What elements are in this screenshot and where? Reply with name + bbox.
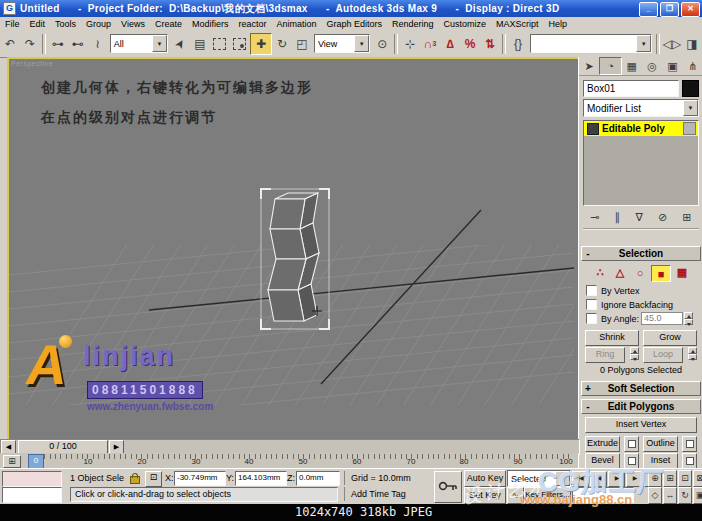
stack-expand-icon[interactable] [587, 123, 599, 135]
edge-subobject-icon[interactable]: △ [611, 265, 629, 280]
border-subobject-icon[interactable]: ○ [631, 265, 649, 280]
modifier-list-dropdown[interactable]: Modifier List ▼ [583, 99, 699, 117]
menu-graph-editors[interactable]: Graph Editors [322, 19, 388, 29]
select-and-link-icon[interactable]: ⊶ [48, 34, 68, 54]
zoom-icon[interactable]: ⊕ [648, 470, 662, 487]
absolute-offset-toggle-icon[interactable]: ⊡ [145, 471, 162, 487]
bevel-settings-button[interactable] [624, 453, 639, 469]
time-back-arrow[interactable]: ◀ [1, 440, 16, 454]
maximize-viewport-icon[interactable]: ▣ [693, 487, 702, 504]
make-unique-icon[interactable]: ∇ [635, 211, 642, 224]
named-selection-sets-dropdown[interactable]: ▼ [530, 34, 652, 53]
close-button[interactable]: ✕ [681, 2, 700, 17]
loop-button[interactable]: Loop [643, 347, 683, 363]
reference-coordinate-dropdown[interactable]: View ▼ [314, 34, 370, 53]
menu-file[interactable]: File [0, 19, 25, 29]
box-object[interactable] [268, 193, 319, 321]
auto-key-button[interactable]: Auto Key [464, 470, 506, 487]
spinner-snap-icon[interactable]: ⇅ [480, 34, 500, 54]
menu-reactor[interactable]: reactor [233, 19, 271, 29]
show-end-result-icon[interactable]: ∥ [615, 211, 621, 224]
stack-item-editable-poly[interactable]: Editable Poly [584, 121, 698, 136]
remove-modifier-icon[interactable]: ⊘ [658, 211, 667, 224]
tab-create-icon[interactable]: ➤ [579, 57, 599, 75]
soft-selection-rollout-header[interactable]: + Soft Selection [581, 381, 701, 396]
add-time-tag-text[interactable]: Add Time Tag [344, 487, 406, 501]
time-slider-handle[interactable]: 0 / 100 [18, 440, 108, 454]
shrink-button[interactable]: Shrink [585, 330, 639, 346]
angle-snap-icon[interactable]: ∆ [440, 34, 460, 54]
align-icon[interactable]: ◨ [682, 34, 702, 54]
bevel-button[interactable]: Bevel [585, 453, 620, 469]
rect-selection-region-icon[interactable] [210, 34, 230, 54]
menu-views[interactable]: Views [116, 19, 150, 29]
set-key-mode-key-icon[interactable] [434, 471, 462, 503]
z-coordinate-field[interactable]: 0.0mm [296, 471, 340, 486]
tab-hierarchy-icon[interactable]: ▦ [622, 57, 642, 75]
by-angle-field[interactable]: 45.0 [641, 312, 683, 325]
zoom-extents-all-icon[interactable]: ⊠ [693, 470, 702, 487]
menu-modifiers[interactable]: Modifiers [187, 19, 234, 29]
play-icon[interactable]: ▶ [608, 471, 625, 487]
mirror-icon[interactable]: ◁▷ [662, 34, 682, 54]
select-and-scale-icon[interactable]: ◰ [292, 34, 312, 54]
menu-edit[interactable]: Edit [25, 19, 51, 29]
polygon-subobject-icon[interactable]: ■ [651, 265, 671, 282]
by-angle-spinner[interactable] [684, 312, 693, 325]
tab-display-icon[interactable]: ▣ [662, 57, 682, 75]
menu-maxscript[interactable]: MAXScript [491, 19, 544, 29]
key-filters-button[interactable]: Key Filters... [524, 487, 571, 504]
key-filter-curve-icon[interactable]: ∿ [507, 487, 524, 504]
maximize-button[interactable]: ❐ [660, 2, 679, 17]
ignore-backfacing-checkbox[interactable] [586, 299, 597, 310]
insert-vertex-button[interactable]: Insert Vertex [585, 417, 697, 433]
selection-rollout-header[interactable]: - Selection [581, 246, 701, 261]
object-color-swatch[interactable] [682, 80, 699, 97]
next-frame-icon[interactable]: ▶ [626, 471, 643, 487]
snaps-toggle-icon[interactable]: ∩3 [420, 34, 440, 54]
inset-settings-button[interactable] [682, 453, 697, 469]
configure-modifier-sets-icon[interactable]: ⊞ [682, 211, 691, 224]
zoom-extents-icon[interactable]: ⊡ [678, 470, 692, 487]
tab-utilities-icon[interactable]: ⋔ [683, 57, 702, 75]
use-pivot-center-icon[interactable]: ⊙ [372, 34, 392, 54]
key-mode-dropdown[interactable]: Selected ▼ [507, 470, 571, 487]
element-subobject-icon[interactable]: ▦ [673, 265, 691, 280]
go-to-start-icon[interactable]: |◀ [572, 471, 589, 487]
pin-stack-icon[interactable]: ⊸ [591, 211, 600, 224]
maxscript-listener-white[interactable] [2, 487, 62, 503]
select-and-manipulate-icon[interactable]: ⊹ [400, 34, 420, 54]
set-key-button[interactable]: Set Key [464, 487, 506, 504]
selection-filter-dropdown[interactable]: All ▼ [110, 34, 168, 53]
undo-icon[interactable]: ↶ [0, 34, 20, 54]
current-frame-field[interactable] [572, 487, 634, 503]
percent-snap-icon[interactable]: % [460, 34, 480, 54]
menu-help[interactable]: Help [544, 19, 573, 29]
redo-icon[interactable]: ↷ [20, 34, 40, 54]
window-crossing-icon[interactable] [230, 34, 250, 54]
menu-animation[interactable]: Animation [271, 19, 321, 29]
pan-icon[interactable]: ↔ [663, 487, 677, 504]
open-mini-trackview-icon[interactable]: ⊞ [3, 455, 21, 468]
select-and-rotate-icon[interactable]: ↻ [272, 34, 292, 54]
loop-spinner[interactable] [688, 347, 697, 360]
extrude-button[interactable]: Extrude [585, 436, 620, 452]
by-vertex-checkbox[interactable] [586, 285, 597, 296]
menu-tools[interactable]: Tools [50, 19, 81, 29]
selection-lock-icon[interactable] [130, 476, 140, 484]
minimize-button[interactable]: _ [639, 2, 658, 17]
outline-button[interactable]: Outline [643, 436, 678, 452]
object-name-field[interactable]: Box01 [583, 80, 679, 97]
select-by-name-icon[interactable]: ▤ [190, 34, 210, 54]
by-angle-checkbox[interactable] [586, 313, 597, 324]
vertex-subobject-icon[interactable]: ∴ [591, 265, 609, 280]
menu-customize[interactable]: Customize [439, 19, 492, 29]
menu-rendering[interactable]: Rendering [387, 19, 439, 29]
tab-motion-icon[interactable]: ◎ [642, 57, 662, 75]
x-coordinate-field[interactable]: -30.749mm [174, 471, 226, 486]
maxscript-listener-pink[interactable] [2, 471, 62, 487]
viewport-label[interactable]: Perspective [11, 60, 53, 67]
menu-create[interactable]: Create [150, 19, 187, 29]
edit-polygons-rollout-header[interactable]: - Edit Polygons [581, 399, 701, 414]
bind-to-spacewarp-icon[interactable]: ≀ [88, 34, 108, 54]
